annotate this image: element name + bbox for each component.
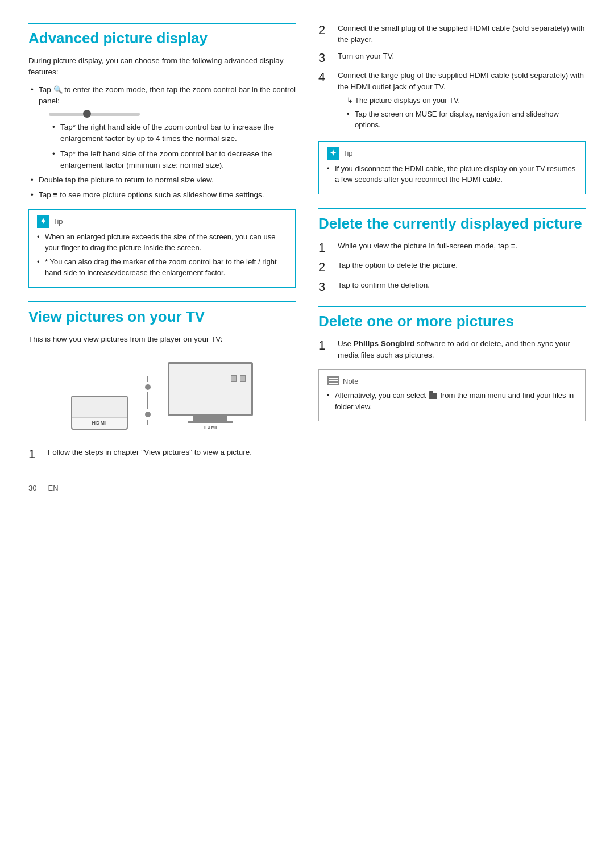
step4-sub-2: Tap the screen on MUSE for display, navi…	[347, 109, 586, 131]
delete-step-num-2: 2	[318, 260, 331, 275]
delete-step-content-3: Tap to confirm the deletion.	[338, 280, 586, 294]
tv-stand	[193, 416, 227, 421]
zoom-sub-list: Tap* the right hand side of the zoom con…	[39, 122, 296, 171]
view-step-1: 1 Follow the steps in chapter "View pict…	[28, 447, 296, 462]
view-pictures-steps: 1 Follow the steps in chapter "View pict…	[28, 447, 296, 462]
zoom-bar-handle	[83, 110, 91, 118]
advanced-picture-title: Advanced picture display	[28, 23, 296, 47]
cable-mid	[147, 392, 148, 409]
cable-conn2	[145, 412, 151, 417]
step-num-2: 2	[318, 23, 331, 46]
philips-songbird-label: Philips Songbird	[354, 339, 414, 348]
player-bottom: HDMI	[72, 418, 127, 429]
view-pictures-intro: This is how you view pictures from the p…	[28, 334, 296, 345]
player-device: HDMI	[71, 396, 128, 430]
cable-area	[145, 376, 151, 425]
zoom-sub-decrease: Tap* the left hand side of the zoom cont…	[50, 148, 296, 172]
zoom-bar	[49, 113, 140, 116]
zoom-bar-illustration	[49, 113, 296, 116]
delete-current-title: Delete the currently displayed picture	[318, 208, 586, 232]
bullet-menu: Tap ≡ to see more picture options such a…	[28, 189, 296, 201]
tip-header-1: ✦ Tip	[37, 215, 287, 228]
tip-list-2: If you disconnect the HDMI cable, the pi…	[327, 163, 577, 185]
step-content-4: Connect the large plug of the supplied H…	[338, 70, 586, 133]
note-list: Alternatively, you can select from the m…	[327, 390, 577, 412]
delete-step-num-1: 1	[318, 240, 331, 255]
delete-step-num-3: 3	[318, 280, 331, 294]
view-pictures-title: View pictures on your TV	[28, 301, 296, 326]
tv-base	[188, 421, 233, 423]
delete-more-steps: 1 Use Philips Songbird software to add o…	[318, 338, 586, 362]
delete-more-title: Delete one or more pictures	[318, 306, 586, 330]
tv-ports	[231, 375, 246, 382]
menu-icon: ≡	[53, 190, 58, 199]
tip-box-2: ✦ Tip If you disconnect the HDMI cable, …	[318, 141, 586, 194]
delete-step-content-2: Tap the option to delete the picture.	[338, 260, 586, 275]
tv-step-3: 3 Turn on your TV.	[318, 51, 586, 65]
tip-list-1: When an enlarged picture exceeds the siz…	[37, 231, 287, 279]
tip-label-2: Tip	[343, 148, 353, 159]
delete-more-step-content-1: Use Philips Songbird software to add or …	[338, 338, 586, 362]
note-item-1: Alternatively, you can select from the m…	[327, 390, 577, 412]
delete-step-content-1: While you view the picture in full-scree…	[338, 240, 586, 255]
delete-step-3: 3 Tap to confirm the deletion.	[318, 280, 586, 294]
zoom-icon: 🔍	[53, 85, 63, 94]
page-footer: 30 EN	[28, 479, 296, 492]
folder-icon	[429, 393, 437, 399]
right-column: 2 Connect the small plug of the supplied…	[318, 23, 586, 492]
step-content-1: Follow the steps in chapter "View pictur…	[48, 447, 296, 462]
tv-port-2	[240, 375, 246, 382]
language-code: EN	[48, 484, 58, 492]
delete-more-section: Delete one or more pictures 1 Use Philip…	[318, 306, 586, 421]
cable-conn1	[145, 384, 151, 390]
tip-header-2: ✦ Tip	[327, 147, 577, 160]
delete-current-steps: 1 While you view the picture in full-scr…	[318, 240, 586, 294]
step-num-3: 3	[318, 51, 331, 65]
tv-port-1	[231, 375, 237, 382]
zoom-sub-increase: Tap* the right hand side of the zoom con…	[50, 122, 296, 145]
tv-device: HDMI	[168, 362, 253, 430]
step-content-2: Connect the small plug of the supplied H…	[338, 23, 586, 46]
note-header: Note	[327, 376, 577, 387]
tip-icon-1: ✦	[37, 215, 49, 228]
delete-step-1: 1 While you view the picture in full-scr…	[318, 240, 586, 255]
delete-step-2: 2 Tap the option to delete the picture.	[318, 260, 586, 275]
delete-current-section: Delete the currently displayed picture 1…	[318, 208, 586, 294]
tip-label-1: Tip	[53, 216, 63, 227]
page-number: 30	[28, 484, 36, 492]
player-top	[72, 397, 127, 418]
tv-illustration: HDMI	[28, 356, 296, 435]
cable-bot	[147, 420, 148, 425]
step4-sub-list: The picture displays on your TV. Tap the…	[338, 95, 586, 131]
note-label: Note	[343, 376, 358, 387]
step-num-1: 1	[28, 447, 41, 462]
view-pictures-section: View pictures on your TV This is how you…	[28, 301, 296, 462]
bullet-double-tap: Double tap the picture to return to norm…	[28, 175, 296, 186]
step4-sub-1: The picture displays on your TV.	[347, 95, 586, 106]
note-box: Note Alternatively, you can select from …	[318, 369, 586, 422]
delete-more-step-1: 1 Use Philips Songbird software to add o…	[318, 338, 586, 362]
tip-item-1-2: * You can also drag the marker of the zo…	[37, 256, 287, 279]
tv-steps-list: 2 Connect the small plug of the supplied…	[318, 23, 586, 133]
step-num-4: 4	[318, 70, 331, 133]
bullet-zoom: Tap 🔍 to enter the zoom mode, then tap t…	[28, 84, 296, 172]
advanced-picture-section: Advanced picture display During picture …	[28, 23, 296, 288]
player-box: HDMI	[71, 396, 128, 430]
note-icon	[327, 376, 339, 385]
tip-icon-2: ✦	[327, 147, 339, 160]
advanced-picture-list: Tap 🔍 to enter the zoom mode, then tap t…	[28, 84, 296, 201]
cable-top	[147, 376, 148, 382]
left-column: Advanced picture display During picture …	[28, 23, 296, 492]
advanced-picture-intro: During picture display, you can choose f…	[28, 55, 296, 78]
tip-box-1: ✦ Tip When an enlarged picture exceeds t…	[28, 209, 296, 288]
step-content-3: Turn on your TV.	[338, 51, 586, 65]
tv-port-label: HDMI	[204, 425, 217, 430]
tv-step-2: 2 Connect the small plug of the supplied…	[318, 23, 586, 46]
tv-screen	[168, 362, 253, 416]
delete-more-step-num-1: 1	[318, 338, 331, 362]
tip-item-1-1: When an enlarged picture exceeds the siz…	[37, 231, 287, 254]
tip-item-2-1: If you disconnect the HDMI cable, the pi…	[327, 163, 577, 185]
tv-step-4: 4 Connect the large plug of the supplied…	[318, 70, 586, 133]
